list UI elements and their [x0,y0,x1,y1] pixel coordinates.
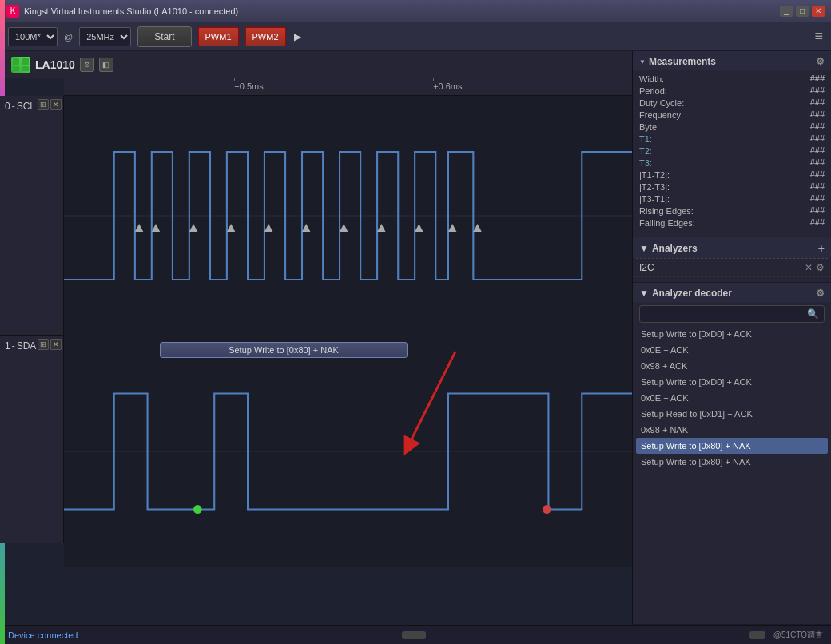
sda-settings-icon[interactable]: ⊞ [38,339,49,350]
device-settings-icon[interactable]: ⚙ [80,58,94,72]
meas-t1-label[interactable]: T1: [639,133,804,145]
hamburger-menu-icon[interactable]: ≡ [814,28,823,45]
decoder-section: ▼ Analyzer decoder ⚙ 🔍 Setup Write to [0… [633,283,831,625]
measurements-gear-icon[interactable]: ⚙ [816,56,825,67]
meas-t3t1-label: |T3-T1|: [639,193,804,205]
sda-signal-area[interactable]: Setup Write to [0x80] + NAK [64,336,632,567]
scl-close-icon[interactable]: ✕ [50,99,62,110]
status-text: Device connected [8,630,78,640]
svg-rect-3 [22,66,29,71]
main-area: LA1010 ⚙ ◧ +0.5ms +0.6ms 0- SCL ⊞ ✕ [0,51,831,625]
decoder-item-1[interactable]: 0x0E + ACK [636,342,828,358]
add-analyzer-button[interactable]: + [818,242,825,255]
decoder-list: Setup Write to [0xD0] + ACK 0x0E + ACK 0… [633,326,831,470]
scroll-thumb[interactable] [402,631,426,639]
decoder-title: Analyzer decoder [652,288,732,299]
meas-t2-label[interactable]: T2: [639,145,804,157]
device-name: LA1010 [35,58,75,71]
decoder-search-box[interactable]: 🔍 [639,305,825,323]
meas-falling-label: Falling Edges: [639,217,804,229]
meas-dutycycle-label: Duty Cycle: [639,97,804,109]
meas-t3-value: ### [810,157,825,169]
scl-settings-icon[interactable]: ⊞ [38,99,49,110]
measurements-header-left: ▼ Measurements [639,56,716,67]
sda-controls: ⊞ ✕ [38,339,62,350]
scl-channel: 0- SCL ⊞ ✕ [0,96,632,336]
meas-t1-value: ### [810,133,825,145]
decoder-gear-icon[interactable]: ⚙ [816,288,825,299]
start-button[interactable]: Start [137,26,191,47]
decoder-item-6[interactable]: 0x98 + NAK [636,422,828,438]
pwm-arrow-icon: ▶ [294,31,301,42]
sda-close-icon[interactable]: ✕ [50,339,62,350]
device-logo [11,57,30,73]
measurements-grid: Width: ### Period: ### Duty Cycle: ### F… [633,70,831,232]
right-panel: ▼ Measurements ⚙ Width: ### Period: ### … [633,51,831,625]
scl-label: 0- SCL ⊞ ✕ [0,96,64,335]
scl-controls: ⊞ ✕ [38,99,62,110]
window-controls: _ □ ✕ [780,6,825,17]
clock-select[interactable]: 25MHz [79,27,131,46]
app-icon: K [6,5,19,18]
meas-t2-value: ### [810,145,825,157]
meas-rising-label: Rising Edges: [639,205,804,217]
minimize-button[interactable]: _ [780,6,793,17]
analyzers-title: Analyzers [652,243,698,254]
scl-signal-svg [64,96,632,336]
watermark-text: @51CTO调查 [773,630,823,641]
window-title: Kingst Virtual Instruments Studio (LA101… [24,6,780,16]
analyzer-i2c-item: I2C ✕ ⚙ [633,259,831,277]
svg-rect-0 [13,58,19,65]
decoder-item-7[interactable]: Setup Write to [0x80] + NAK [636,438,828,454]
time-marker-1: +0.5ms [234,81,263,91]
decoder-header: ▼ Analyzer decoder ⚙ [633,283,831,302]
sample-rate-select[interactable]: 100M* [8,27,58,46]
sda-label: 1- SDA ⊞ ✕ [0,336,64,543]
analyzers-section: ▼ Analyzers + I2C ✕ ⚙ [633,237,831,283]
analyzers-header-left: ▼ Analyzers [639,243,698,254]
clock-at-label: @ [64,32,73,42]
signal-panel: LA1010 ⚙ ◧ +0.5ms +0.6ms 0- SCL ⊞ ✕ [0,51,633,625]
meas-byte-value: ### [810,121,825,133]
measurements-collapse-icon[interactable]: ▼ [639,58,646,66]
meas-byte-label: Byte: [639,121,804,133]
meas-width-label: Width: [639,74,804,85]
decoder-item-4[interactable]: 0x0E + ACK [636,390,828,406]
annotation-box[interactable]: Setup Write to [0x80] + NAK [160,342,408,358]
time-ruler: +0.5ms +0.6ms [64,78,632,96]
meas-freq-value: ### [810,109,825,121]
analyzers-collapse-icon[interactable]: ▼ [639,243,649,254]
analyzer-item-icons: ✕ ⚙ [805,262,825,273]
scroll-thumb-right[interactable] [749,631,765,639]
toolbar: 100M* @ 25MHz Start PWM1 PWM2 ▶ ≡ [0,22,831,51]
decoder-search-input[interactable] [645,309,807,319]
meas-freq-label: Frequency: [639,109,804,121]
decoder-item-3[interactable]: Setup Write to [0xD0] + ACK [636,374,828,390]
analyzer-i2c-label: I2C [639,262,654,273]
pwm2-button[interactable]: PWM2 [245,27,286,46]
statusbar: Device connected @51CTO调查 [0,625,831,644]
scl-signal-area[interactable] [64,96,632,336]
close-button[interactable]: ✕ [812,6,825,17]
svg-rect-1 [22,58,29,65]
meas-period-label: Period: [639,85,804,97]
analyzer-settings-icon[interactable]: ⚙ [816,262,825,273]
analyzers-header: ▼ Analyzers + [633,237,831,258]
analyzer-close-icon[interactable]: ✕ [805,262,813,273]
meas-t3-label[interactable]: T3: [639,157,804,169]
sda-signal-svg [64,336,632,567]
decoder-item-0[interactable]: Setup Write to [0xD0] + ACK [636,326,828,342]
svg-rect-2 [13,66,19,71]
meas-falling-value: ### [810,217,825,229]
search-icon: 🔍 [807,308,819,320]
pwm1-button[interactable]: PWM1 [198,27,239,46]
device-config-icon[interactable]: ◧ [99,58,113,72]
decoder-item-5[interactable]: Setup Read to [0xD1] + ACK [636,406,828,422]
decoder-item-2[interactable]: 0x98 + ACK [636,358,828,374]
decoder-item-8[interactable]: Setup Write to [0x80] + NAK [636,454,828,470]
maximize-button[interactable]: □ [796,6,809,17]
meas-width-value: ### [810,74,825,85]
meas-dutycycle-value: ### [810,97,825,109]
decoder-collapse-icon[interactable]: ▼ [639,288,649,299]
scroll-area[interactable] [85,631,741,639]
